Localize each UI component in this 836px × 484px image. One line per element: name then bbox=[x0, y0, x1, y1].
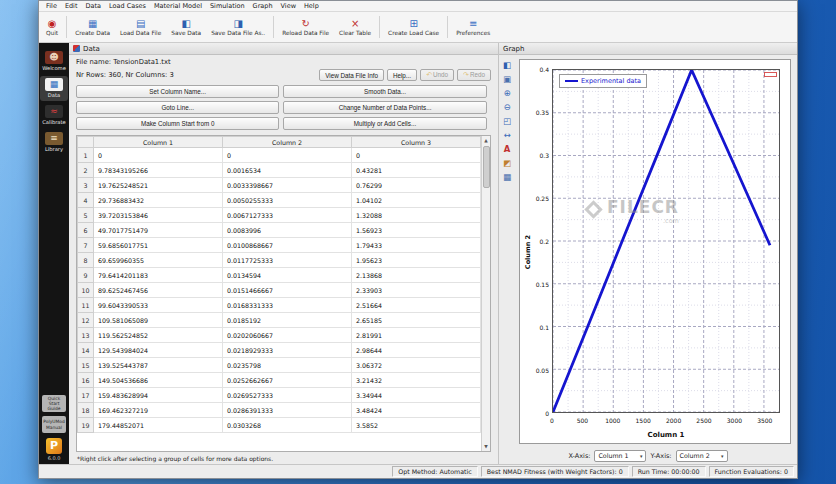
table-cell[interactable]: 0 bbox=[223, 148, 352, 163]
table-cell[interactable]: 39.7203153846 bbox=[94, 208, 223, 223]
table-cell[interactable]: 99.6043390533 bbox=[94, 298, 223, 313]
table-cell[interactable]: 2.13868 bbox=[352, 268, 481, 283]
table-cell[interactable]: 139.525443787 bbox=[94, 358, 223, 373]
table-cell[interactable]: 129.543984024 bbox=[94, 343, 223, 358]
make-column-start-from-0-button[interactable]: Make Column Start from 0 bbox=[76, 117, 279, 130]
menu-load-cases[interactable]: Load Cases bbox=[105, 2, 150, 10]
text-label-icon[interactable]: A bbox=[501, 143, 514, 155]
copy-plot-icon[interactable]: ▣ bbox=[501, 73, 514, 85]
table-cell[interactable]: 3.06372 bbox=[352, 358, 481, 373]
table-cell[interactable]: 2.33903 bbox=[352, 283, 481, 298]
multiply-or-add-cells-button[interactable]: Multiply or Add Cells... bbox=[283, 117, 486, 130]
table-cell[interactable]: 149.504536686 bbox=[94, 373, 223, 388]
table-cell[interactable]: 69.659960355 bbox=[94, 253, 223, 268]
table-cell[interactable]: 2.81991 bbox=[352, 328, 481, 343]
table-cell[interactable]: 169.462327219 bbox=[94, 403, 223, 418]
table-scrollbar[interactable]: ▲ ▼ bbox=[481, 136, 490, 451]
preferences-button[interactable]: ≡Preferences bbox=[451, 13, 495, 41]
table-cell[interactable]: 0.0202060667 bbox=[223, 328, 352, 343]
table-cell[interactable]: 2.98644 bbox=[352, 343, 481, 358]
table-cell[interactable]: 159.483628994 bbox=[94, 388, 223, 403]
table-cell[interactable]: 0.0235798 bbox=[223, 358, 352, 373]
help-button[interactable]: Help... bbox=[387, 69, 417, 81]
column-header[interactable]: Column 3 bbox=[352, 137, 481, 148]
table-cell[interactable]: 0.0286391333 bbox=[223, 403, 352, 418]
table-cell[interactable]: 0.0151466667 bbox=[223, 283, 352, 298]
table-cell[interactable]: 0.0067127333 bbox=[223, 208, 352, 223]
polyumod-manual-button[interactable]: PolyUMod Manual bbox=[42, 416, 66, 433]
sidebar-item-welcome[interactable]: ☻Welcome bbox=[40, 49, 68, 74]
table-cell[interactable]: 0.0218929333 bbox=[223, 343, 352, 358]
menu-edit[interactable]: Edit bbox=[61, 2, 82, 10]
quick-start-guide-button[interactable]: Quick Start Guide bbox=[42, 395, 66, 412]
save-plot-icon[interactable]: ◧ bbox=[501, 59, 514, 71]
menu-graph[interactable]: Graph bbox=[249, 2, 277, 10]
create-data-button[interactable]: ▦Create Data bbox=[70, 13, 115, 41]
undo-button[interactable]: ↶Undo bbox=[420, 69, 454, 81]
menu-view[interactable]: View bbox=[277, 2, 300, 10]
scrollbar-thumb[interactable] bbox=[483, 146, 490, 188]
table-cell[interactable]: 79.6414201183 bbox=[94, 268, 223, 283]
table-cell[interactable]: 1.32088 bbox=[352, 208, 481, 223]
table-cell[interactable]: 0.0117725333 bbox=[223, 253, 352, 268]
table-cell[interactable]: 0.0269527333 bbox=[223, 388, 352, 403]
table-cell[interactable]: 1.79433 bbox=[352, 238, 481, 253]
reload-data-file-button[interactable]: ↻Reload Data File bbox=[277, 13, 334, 41]
grid-icon[interactable]: ▦ bbox=[501, 171, 514, 183]
zoom-out-icon[interactable]: ⊖ bbox=[501, 101, 514, 113]
table-cell[interactable]: 89.6252467456 bbox=[94, 283, 223, 298]
table-cell[interactable]: 59.6856017751 bbox=[94, 238, 223, 253]
goto-line-button[interactable]: Goto Line... bbox=[76, 101, 279, 114]
table-cell[interactable]: 1.04102 bbox=[352, 193, 481, 208]
table-cell[interactable]: 0.0033398667 bbox=[223, 178, 352, 193]
table-cell[interactable]: 179.44852071 bbox=[94, 418, 223, 433]
scroll-down-arrow[interactable]: ▼ bbox=[484, 442, 487, 451]
table-cell[interactable]: 109.581065089 bbox=[94, 313, 223, 328]
view-data-file-info-button[interactable]: View Data File Info bbox=[319, 69, 384, 81]
table-cell[interactable]: 0 bbox=[352, 148, 481, 163]
graph-panel-header[interactable]: Graph bbox=[499, 43, 797, 55]
sidebar-item-library[interactable]: ≡Library bbox=[40, 130, 68, 155]
data-panel-header[interactable]: Data bbox=[69, 43, 498, 55]
polymerfem-logo[interactable]: P bbox=[46, 438, 62, 454]
scroll-up-arrow[interactable]: ▲ bbox=[484, 136, 487, 145]
table-cell[interactable]: 0.0168331333 bbox=[223, 298, 352, 313]
sidebar-item-data[interactable]: ▦Data bbox=[40, 76, 68, 101]
menu-file[interactable]: File bbox=[42, 2, 61, 10]
quit-button[interactable]: ◉Quit bbox=[41, 13, 63, 41]
table-cell[interactable]: 0.0083996 bbox=[223, 223, 352, 238]
palette-icon[interactable]: ◩ bbox=[501, 157, 514, 169]
change-number-of-data-points-button[interactable]: Change Number of Data Points... bbox=[283, 101, 486, 114]
redo-button[interactable]: ↷Redo bbox=[457, 69, 491, 81]
table-cell[interactable]: 3.34944 bbox=[352, 388, 481, 403]
save-data-button[interactable]: ◧Save Data bbox=[166, 13, 206, 41]
set-column-name-button[interactable]: Set Column Name... bbox=[76, 85, 279, 98]
menu-help[interactable]: Help bbox=[300, 2, 323, 10]
menu-material-model[interactable]: Material Model bbox=[150, 2, 206, 10]
smooth-data-button[interactable]: Smooth Data... bbox=[283, 85, 486, 98]
table-cell[interactable]: 0.43281 bbox=[352, 163, 481, 178]
table-cell[interactable]: 1.95623 bbox=[352, 253, 481, 268]
table-cell[interactable]: 3.5852 bbox=[352, 418, 481, 433]
table-cell[interactable]: 0.0016534 bbox=[223, 163, 352, 178]
create-load-case-button[interactable]: ⊞Create Load Case bbox=[383, 13, 444, 41]
table-cell[interactable]: 119.562524852 bbox=[94, 328, 223, 343]
table-cell[interactable]: 19.7625248521 bbox=[94, 178, 223, 193]
table-cell[interactable]: 29.736883432 bbox=[94, 193, 223, 208]
column-header[interactable]: Column 1 bbox=[94, 137, 223, 148]
y-axis-select[interactable]: Column 2 ▾ bbox=[676, 450, 728, 462]
table-cell[interactable]: 49.7017751479 bbox=[94, 223, 223, 238]
table-cell[interactable]: 0 bbox=[94, 148, 223, 163]
table-cell[interactable]: 2.65185 bbox=[352, 313, 481, 328]
table-cell[interactable]: 2.51664 bbox=[352, 298, 481, 313]
zoom-in-icon[interactable]: ⊕ bbox=[501, 87, 514, 99]
table-cell[interactable]: 0.0252662667 bbox=[223, 373, 352, 388]
zoom-region-icon[interactable]: ◰ bbox=[501, 115, 514, 127]
sidebar-item-calibrate[interactable]: ≈Calibrate bbox=[40, 103, 68, 128]
table-cell[interactable]: 0.0303268 bbox=[223, 418, 352, 433]
load-data-file-button[interactable]: ▤Load Data File bbox=[115, 13, 166, 41]
plot-area[interactable]: Experimental data bbox=[552, 69, 780, 413]
pan-icon[interactable]: ↔ bbox=[501, 129, 514, 141]
table-cell[interactable]: 3.21432 bbox=[352, 373, 481, 388]
table-cell[interactable]: 0.76299 bbox=[352, 178, 481, 193]
